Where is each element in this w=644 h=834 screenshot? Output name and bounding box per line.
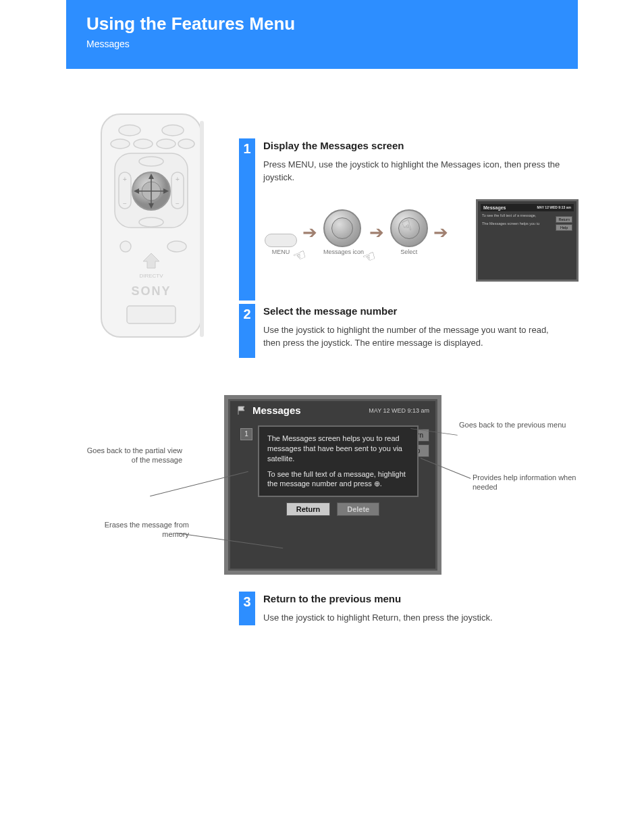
screen-title: Messages	[252, 405, 301, 416]
step-1-title: Display the Messages screen	[263, 138, 567, 154]
message-number[interactable]: 1	[240, 428, 252, 440]
step-2-body: Select the message number Use the joysti…	[263, 304, 567, 350]
svg-point-26	[167, 241, 186, 252]
chapter-title: Using the Features Menu	[86, 14, 558, 34]
arrow-icon: ➔	[369, 222, 384, 243]
directv-logo-text: DIRECTV	[139, 273, 163, 279]
joystick-label: Messages icon	[323, 249, 364, 255]
step-2-text: Use the joystick to highlight the number…	[263, 323, 567, 350]
svg-point-5	[134, 139, 153, 149]
step-2-title: Select the message number	[263, 304, 567, 319]
msg-line-1: The Messages screen helps you to read me…	[267, 434, 409, 464]
svg-point-6	[157, 139, 176, 149]
callout-return-inner: Goes back to the partial view of the mes…	[81, 446, 182, 465]
step-num-label: 3	[243, 594, 250, 609]
joystick-icon	[323, 209, 361, 247]
remote-illustration: + − + − DIRECTV SONY	[97, 111, 205, 341]
svg-point-25	[120, 241, 131, 252]
svg-text:+: +	[123, 176, 127, 183]
step-3-title: Return to the previous menu	[263, 592, 567, 607]
sony-brand: SONY	[131, 284, 171, 298]
svg-point-3	[162, 125, 184, 136]
svg-point-2	[119, 125, 140, 136]
messages-detail-screen: Messages MAY 12 WED 9:13 am Return Help …	[224, 395, 441, 575]
step-num-label: 2	[243, 307, 250, 321]
thumb-title: Messages	[483, 205, 506, 210]
svg-text:+: +	[176, 176, 180, 183]
bottom-return-button[interactable]: Return	[286, 502, 330, 516]
step-number-3: 3	[239, 592, 255, 625]
svg-text:−: −	[176, 200, 180, 207]
message-body: 1 The Messages screen helps you to read …	[258, 425, 419, 497]
svg-point-4	[111, 139, 130, 149]
step-3-body: Return to the previous menu Use the joys…	[263, 592, 567, 624]
callout-help: Provides help information when needed	[473, 473, 581, 492]
select-label: Select	[390, 249, 428, 255]
step-num-label: 1	[243, 141, 250, 156]
svg-point-24	[139, 217, 163, 227]
thumb-datetime: MAY 12 WED 9:13 am	[537, 205, 571, 210]
step-1-text: Press MENU, use the joystick to highligh…	[263, 158, 567, 184]
chapter-header: Using the Features Menu Messages	[66, 0, 578, 69]
step-number-1: 1	[239, 138, 255, 301]
menu-button-icon	[265, 234, 297, 247]
bottom-delete-button[interactable]: Delete	[337, 502, 379, 516]
callout-return-outer: Goes back to the previous menu	[459, 420, 567, 429]
msg-line-2: To see the full text of a message, highl…	[267, 469, 409, 490]
svg-point-9	[139, 157, 163, 166]
step-1-body: Display the Messages screen Press MENU, …	[263, 138, 567, 184]
chapter-subtitle: Messages	[86, 38, 558, 49]
svg-text:−: −	[123, 200, 127, 207]
hand-icon: ☜	[360, 246, 379, 267]
thumb-return-button: Return	[556, 216, 572, 223]
arrow-icon: ➔	[302, 222, 317, 243]
callout-delete: Erases the message from memory	[88, 520, 189, 540]
svg-rect-1	[200, 121, 204, 337]
thumb-help-button: Help	[556, 224, 572, 231]
flag-icon	[236, 405, 247, 416]
svg-point-7	[178, 139, 194, 149]
step-3-text: Use the joystick to highlight Return, th…	[263, 611, 567, 625]
arrow-icon: ➔	[433, 222, 448, 243]
messages-thumb: Messages MAY 12 WED 9:13 am To see the f…	[476, 199, 579, 282]
hand-icon: ☜	[290, 245, 309, 266]
svg-rect-27	[127, 306, 176, 323]
screen-datetime: MAY 12 WED 9:13 am	[369, 407, 429, 414]
step-number-2: 2	[239, 304, 255, 358]
